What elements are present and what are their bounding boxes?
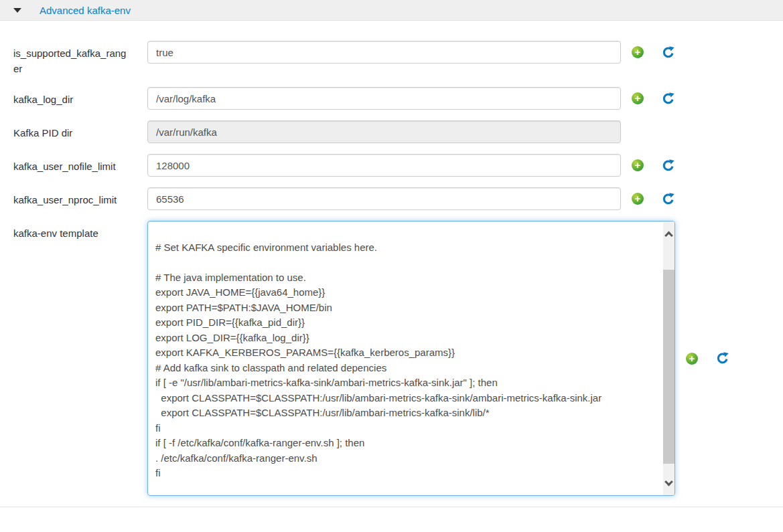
config-row-kafka-pid-dir: Kafka PID dir — [0, 120, 783, 143]
kafka-pid-dir-input — [147, 120, 621, 143]
config-form: is_supported_kafka_ranger + kafka_log_di… — [0, 21, 783, 507]
add-override-icon[interactable]: + — [632, 46, 644, 58]
config-row-kafka-user-nproc-limit: kafka_user_nproc_limit + — [0, 187, 783, 210]
undo-icon[interactable] — [662, 193, 674, 205]
plus-glyph: + — [635, 93, 641, 104]
undo-icon[interactable] — [662, 46, 674, 59]
config-label: kafka_user_nofile_limit — [0, 154, 147, 175]
config-label: kafka_user_nproc_limit — [0, 187, 147, 208]
row-actions: + — [632, 187, 674, 210]
section-divider — [0, 507, 783, 507]
plus-glyph: + — [635, 160, 641, 171]
config-row-kafka-user-nofile-limit: kafka_user_nofile_limit + — [0, 154, 783, 177]
add-override-icon[interactable]: + — [632, 159, 644, 171]
is-supported-kafka-ranger-input[interactable] — [147, 41, 621, 64]
scrollbar-thumb[interactable] — [663, 270, 674, 464]
add-override-icon[interactable]: + — [686, 353, 698, 365]
row-actions: + — [632, 41, 674, 64]
config-label: kafka_log_dir — [0, 87, 147, 108]
row-actions: + — [686, 352, 729, 365]
scroll-down-button[interactable] — [663, 474, 674, 491]
undo-icon[interactable] — [662, 159, 674, 172]
config-row-kafka-log-dir: kafka_log_dir + — [0, 87, 783, 110]
config-row-kafka-env-template: kafka-env template # Set KAFKA specific … — [0, 221, 783, 496]
plus-glyph: + — [689, 353, 695, 363]
config-label: is_supported_kafka_ranger — [0, 41, 147, 76]
config-label: Kafka PID dir — [0, 120, 147, 141]
plus-glyph: + — [635, 193, 641, 204]
row-actions: + — [632, 154, 674, 177]
kafka-user-nproc-limit-input[interactable] — [147, 187, 621, 210]
row-actions: + — [632, 87, 674, 110]
section-title-link[interactable]: Advanced kafka-env — [40, 5, 131, 16]
kafka-env-template-editor: # Set KAFKA specific environment variabl… — [147, 221, 675, 496]
add-override-icon[interactable]: + — [632, 193, 644, 205]
kafka-log-dir-input[interactable] — [147, 87, 621, 110]
undo-icon[interactable] — [662, 92, 674, 105]
kafka-user-nofile-limit-input[interactable] — [147, 154, 621, 177]
config-label: kafka-env template — [0, 221, 147, 242]
chevron-up-icon — [664, 231, 673, 240]
chevron-down-icon — [664, 477, 673, 486]
caret-down-icon[interactable] — [13, 8, 21, 13]
scroll-up-button[interactable] — [663, 226, 674, 243]
kafka-env-template-textarea[interactable]: # Set KAFKA specific environment variabl… — [148, 221, 674, 495]
config-row-is-supported-kafka-ranger: is_supported_kafka_ranger + — [0, 41, 783, 76]
add-override-icon[interactable]: + — [632, 92, 644, 104]
undo-icon[interactable] — [716, 352, 729, 365]
section-header[interactable]: Advanced kafka-env — [0, 0, 783, 21]
plus-glyph: + — [635, 47, 641, 58]
textarea-scrollbar[interactable] — [663, 221, 674, 495]
